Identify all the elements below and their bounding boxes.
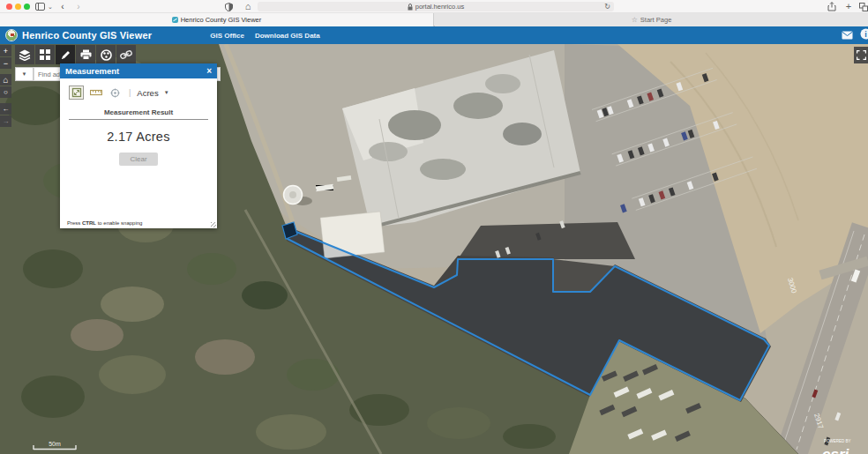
measurement-panel: Measurement × | Acres ▼ Measurement Resu…: [60, 63, 217, 228]
browser-toolbar: ⌄ ‹ › ⌂ portal.henrico.us ↻ +: [0, 0, 868, 13]
tab-title: Henrico County GIS Viewer: [181, 16, 262, 24]
share-link-button[interactable]: [116, 45, 136, 64]
svg-text:POWERED BY: POWERED BY: [824, 439, 851, 443]
snapping-hint: Press CTRL to enable snapping: [67, 220, 142, 226]
close-icon[interactable]: ×: [206, 66, 212, 76]
next-extent-button[interactable]: →: [0, 115, 11, 127]
locate-button[interactable]: ○: [0, 86, 11, 98]
location-icon: [110, 88, 120, 98]
tab-favicon: [172, 17, 178, 23]
home-icon[interactable]: ⌂: [243, 0, 253, 13]
svg-text:esri: esri: [822, 446, 850, 454]
resize-handle[interactable]: [211, 222, 216, 227]
privacy-shield-icon[interactable]: [223, 0, 234, 13]
measurement-result-label: Measurement Result: [60, 108, 217, 116]
printer-icon: [80, 49, 92, 60]
tab-overview-icon[interactable]: [857, 0, 868, 13]
link-icon: [120, 50, 132, 59]
sidebar-icon[interactable]: [34, 0, 46, 13]
sidebar-caret-icon[interactable]: ⌄: [47, 0, 54, 13]
mail-icon[interactable]: [842, 27, 853, 43]
lock-icon: [408, 4, 413, 11]
unit-dropdown[interactable]: Acres: [137, 88, 158, 98]
measure-button[interactable]: [56, 45, 75, 64]
ruler-icon: [90, 88, 102, 97]
zoom-window-button[interactable]: [24, 4, 30, 10]
area-icon: [71, 87, 82, 98]
draw-button[interactable]: [96, 45, 116, 64]
layers-icon: [19, 49, 31, 61]
tab-title: Start Page: [640, 16, 671, 24]
palette-icon: [101, 49, 112, 61]
locate-icon: ○: [4, 88, 8, 96]
measurement-panel-title: Measurement: [65, 66, 119, 76]
clear-button[interactable]: Clear: [119, 153, 158, 166]
pencil-icon: [60, 49, 71, 61]
divider-line: [69, 119, 208, 120]
forward-icon[interactable]: ›: [74, 0, 83, 13]
measure-area-button[interactable]: [69, 86, 84, 100]
caret-down-icon: ▼: [22, 71, 27, 77]
download-gis-data-link[interactable]: Download GIS Data: [255, 32, 320, 40]
fullscreen-button[interactable]: [854, 47, 868, 63]
screen: 3000 2917 50m POWERED BY esri ⌄ ‹ › ⌂: [0, 0, 868, 454]
new-tab-icon[interactable]: +: [843, 0, 854, 13]
measure-location-button[interactable]: [108, 86, 123, 100]
address-bar[interactable]: portal.henrico.us ↻: [258, 2, 614, 11]
divider: |: [129, 88, 131, 97]
reload-icon[interactable]: ↻: [604, 3, 610, 11]
tab-bar: Henrico County GIS Viewer ☆ Start Page: [0, 13, 868, 26]
search-source-dropdown[interactable]: ▼: [15, 67, 34, 81]
next-extent-icon: →: [3, 117, 10, 125]
tab-start-page[interactable]: ☆ Start Page: [435, 13, 868, 26]
share-icon[interactable]: [826, 0, 838, 13]
zoom-out-icon: −: [4, 59, 8, 68]
measurement-panel-titlebar: Measurement ×: [60, 63, 217, 78]
close-window-button[interactable]: [6, 4, 12, 10]
print-button[interactable]: [76, 45, 95, 64]
svg-text:50m: 50m: [49, 441, 61, 447]
basemap-button[interactable]: [35, 45, 55, 64]
back-icon[interactable]: ‹: [58, 0, 67, 13]
home-icon: ⌂: [3, 75, 8, 85]
prev-extent-icon: ←: [3, 105, 10, 113]
info-icon[interactable]: i: [860, 27, 868, 43]
tab-gis-viewer[interactable]: Henrico County GIS Viewer: [0, 13, 434, 26]
basemap-grid-icon: [40, 49, 50, 60]
zoom-in-icon: +: [4, 47, 8, 56]
zoom-out-button[interactable]: −: [0, 57, 11, 69]
star-icon: ☆: [632, 17, 638, 24]
henrico-county-logo: [5, 29, 18, 41]
app-title: Henrico County GIS Viewer: [22, 30, 152, 41]
minimize-window-button[interactable]: [15, 4, 21, 10]
measure-distance-button[interactable]: [88, 86, 103, 100]
unit-caret-icon[interactable]: ▼: [164, 90, 169, 95]
layers-button[interactable]: [15, 45, 34, 64]
esri-attribution: POWERED BY esri: [822, 439, 851, 454]
url-text: portal.henrico.us: [415, 3, 464, 11]
svg-text:i: i: [864, 30, 867, 39]
fullscreen-icon: [857, 50, 866, 60]
previous-extent-button[interactable]: ←: [0, 103, 11, 115]
gis-office-link[interactable]: GIS Office: [210, 32, 244, 40]
app-header: Henrico County GIS Viewer GIS Office Dow…: [0, 26, 868, 44]
home-extent-button[interactable]: ⌂: [0, 74, 11, 86]
measurement-result-value: 2.17 Acres: [60, 130, 217, 144]
zoom-in-button[interactable]: +: [0, 45, 11, 56]
